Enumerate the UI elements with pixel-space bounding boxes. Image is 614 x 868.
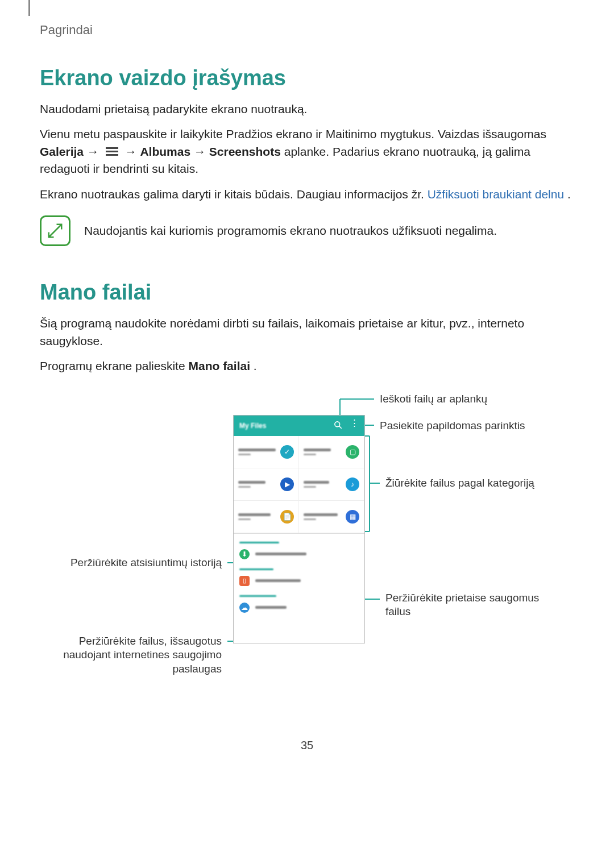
category-icon: ▦	[346, 510, 359, 524]
p3-part-a: Ekrano nuotraukas galima daryti ir kitai…	[40, 188, 428, 201]
note-icon	[40, 215, 70, 246]
page-top-marker	[28, 0, 30, 16]
callout-downloads: Peržiūrėkite atsisiuntimų istoriją	[40, 556, 222, 570]
heading-screenshot: Ekrano vaizdo įrašymas	[40, 66, 574, 90]
category-cell[interactable]: ▶	[234, 468, 299, 501]
note-row: Naudojantis kai kuriomis programomis ekr…	[40, 215, 574, 246]
category-icon: 📄	[280, 510, 294, 524]
heading-myfiles: Mano failai	[40, 280, 574, 305]
myf-p2a: Programų ekrane palieskite	[40, 359, 188, 372]
svg-line-11	[339, 426, 341, 428]
page-number: 35	[40, 739, 574, 752]
screenshot-p2: Vienu metu paspauskite ir laikykite Prad…	[40, 126, 574, 177]
category-icon: ✓	[280, 445, 294, 459]
menu-icon	[106, 146, 118, 157]
running-header: Pagrindai	[40, 23, 574, 38]
category-cell[interactable]: ✓	[234, 436, 299, 468]
search-icon[interactable]	[334, 421, 342, 431]
category-icon: ▢	[346, 445, 359, 459]
p2-albums: Albumas	[140, 145, 190, 158]
p2-part-a: Vienu metu paspauskite ir laikykite Prad…	[40, 127, 546, 140]
callout-options: Pasiekite papildomas parinktis	[380, 419, 525, 433]
p3-link[interactable]: Užfiksuoti braukiant delnu	[428, 188, 564, 201]
arrow-sep: →	[87, 145, 102, 158]
app-title: My Files	[239, 422, 266, 430]
arrow-sep: →	[125, 145, 140, 158]
callout-device: Peržiūrėkite prietaise saugomus failus	[385, 591, 562, 619]
category-icon: ♪	[346, 477, 359, 491]
category-cell[interactable]: ▦	[299, 501, 364, 533]
category-cell[interactable]: 📄	[234, 501, 299, 533]
category-cell[interactable]: ♪	[299, 468, 364, 501]
more-icon[interactable]: ⋮	[350, 421, 359, 431]
callout-search: Ieškoti failų ar aplankų	[380, 392, 487, 406]
cloud-icon: ☁	[239, 603, 250, 613]
svg-point-10	[335, 421, 340, 426]
callout-category: Žiūrėkite failus pagal kategoriją	[385, 476, 534, 491]
myf-p2b: Mano failai	[188, 359, 250, 372]
arrow-sep: →	[194, 145, 209, 158]
note-text: Naudojantis kai kuriomis programomis ekr…	[84, 222, 497, 239]
myfiles-p1: Šią programą naudokite norėdami dirbti s…	[40, 315, 574, 350]
device-icon: ▯	[239, 576, 250, 586]
cloud-storage-item[interactable]: ☁	[239, 599, 359, 616]
phone-header: My Files ⋮	[234, 416, 364, 436]
myf-p2c: .	[254, 359, 257, 372]
section-list: ⬇ ▯ ☁	[234, 534, 364, 616]
phone-mockup: My Files ⋮ ✓▢▶♪📄▦ ⬇	[233, 415, 365, 643]
screenshot-p1: Naudodami prietaisą padarykite ekrano nu…	[40, 101, 574, 118]
p2-screenshots: Screenshots	[209, 145, 281, 158]
category-grid: ✓▢▶♪📄▦	[234, 436, 364, 534]
cloud-storage-head	[239, 595, 359, 597]
p2-gallery: Galerija	[40, 145, 84, 158]
myfiles-diagram: My Files ⋮ ✓▢▶♪📄▦ ⬇	[40, 387, 574, 676]
download-icon: ⬇	[239, 549, 250, 559]
download-history-head	[239, 542, 359, 543]
device-storage-item[interactable]: ▯	[239, 572, 359, 589]
category-icon: ▶	[280, 477, 294, 491]
download-history-item[interactable]: ⬇	[239, 546, 359, 563]
screenshot-p3: Ekrano nuotraukas galima daryti ir kitai…	[40, 186, 574, 203]
p3-part-b: .	[567, 188, 571, 201]
local-storage-head	[239, 568, 359, 570]
callout-cloud: Peržiūrėkite failus, išsaugotus naudojan…	[40, 634, 222, 676]
myfiles-p2: Programų ekrane palieskite Mano failai .	[40, 358, 574, 375]
category-cell[interactable]: ▢	[299, 436, 364, 468]
